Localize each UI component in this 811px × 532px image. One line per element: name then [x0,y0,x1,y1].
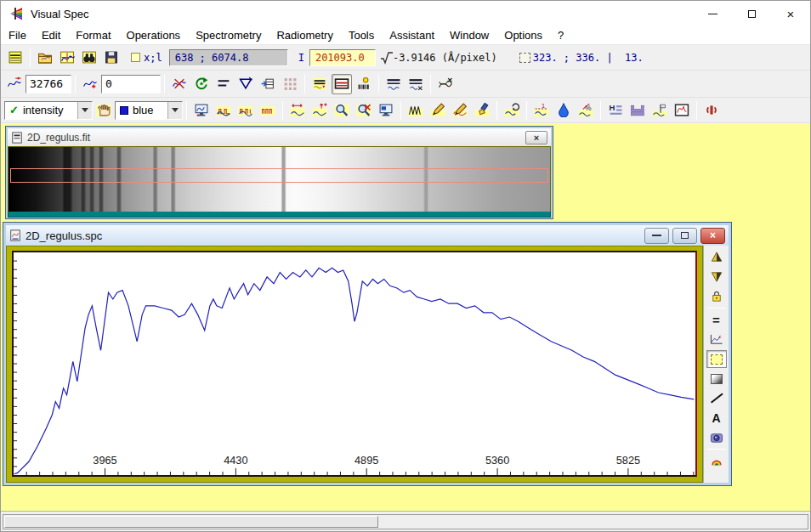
color-combo[interactable]: blue [115,101,183,120]
window-close-button[interactable]: × [771,1,810,26]
menu-spectrometry[interactable]: Spectrometry [188,27,269,43]
line-ident-button[interactable] [406,100,426,121]
baseline-remove-button[interactable] [406,74,426,94]
menu-edit[interactable]: Edit [34,27,68,43]
menu-tools[interactable]: Tools [341,27,382,43]
fill-gradient-button[interactable] [706,370,727,388]
toolbar-separator [75,75,76,93]
binning-selection-rect[interactable] [10,168,548,183]
menu-radiometry[interactable]: Radiometry [269,27,340,43]
screen-profile-button[interactable] [191,100,212,121]
camera-icon [710,431,723,444]
continuum3-button[interactable] [258,100,278,121]
menu-operations[interactable]: Operations [119,27,189,43]
triangle-down-icon [710,270,723,283]
normalize-button[interactable]: 1 [531,100,552,121]
magnifier-cancel-icon [356,103,371,117]
spc-restore-button[interactable] [672,228,697,244]
draw-pencil-button[interactable] [428,100,448,121]
smooth-brush-button[interactable] [472,100,492,121]
menu-help[interactable]: ? [550,27,571,43]
equal-scale-button[interactable]: = [706,311,727,329]
close-icon: × [787,8,795,20]
barcode-button[interactable] [354,74,374,94]
high-cut-button[interactable] [4,74,25,94]
new-spectrum-button[interactable] [5,48,26,68]
curve-low-plus-icon [82,76,98,91]
spc-close-button[interactable]: × [700,228,725,244]
coord-checkbox[interactable] [131,53,140,62]
lock-scale-button[interactable] [706,287,727,305]
series-combo-arrow[interactable] [77,102,92,119]
search-button[interactable] [79,48,99,68]
stretch-x-button[interactable] [287,100,308,121]
normalize-one-icon: 1 [534,103,549,117]
align-lines-button[interactable] [213,74,234,94]
label-line-button[interactable] [649,100,670,121]
undo-curve-button[interactable] [502,100,522,121]
scroll-down-button[interactable] [706,268,727,286]
element-h-button[interactable]: H [605,100,626,121]
menu-file[interactable]: File [1,27,34,43]
low-cut-input[interactable] [101,75,161,93]
baseline-curve-x-icon [408,76,423,91]
fit-window-close-button[interactable]: × [525,131,547,144]
window-maximize-button[interactable] [732,1,771,26]
menu-format[interactable]: Format [68,27,118,43]
continuum1-button[interactable] [213,100,234,121]
high-cut-input[interactable] [26,75,71,93]
rotate-button[interactable] [191,74,212,94]
fit-window[interactable]: 2D_regulus.fit × [5,126,553,219]
spc-minimize-button[interactable] [644,228,669,244]
low-cut-button[interactable] [80,74,100,94]
spc-window-titlebar[interactable]: 2D_regulus.spc × [6,225,729,246]
menu-window[interactable]: Window [442,27,496,43]
display-spectrum-button[interactable] [57,48,77,68]
spectrum-plot[interactable]: 39654430489553605825 [14,252,695,475]
edit-curve-button[interactable] [450,100,470,121]
open-button[interactable] [35,48,55,68]
fit-image-area[interactable] [8,146,551,212]
plot-area[interactable]: 39654430489553605825 [12,251,697,477]
spc-side-toolbar: = c A [703,246,729,483]
continuum2-button[interactable] [235,100,256,121]
window-minimize-button[interactable] [693,1,732,26]
fit-window-titlebar[interactable]: 2D_regulus.fit × [8,128,551,146]
menu-assistant[interactable]: Assistant [382,27,442,43]
display-window-button[interactable] [376,100,396,121]
synthetic-spectrum-button[interactable] [706,452,727,470]
zoom-button[interactable] [332,100,352,121]
stripes-display-button[interactable] [332,74,352,94]
grid-dots-button[interactable] [280,74,300,94]
scroll-up-button[interactable] [706,248,727,266]
percent-curve-button[interactable]: % [576,100,596,121]
fill-droplet-button[interactable] [553,100,574,121]
chart-mode-button[interactable]: c [706,331,727,348]
scrollbar-thumb[interactable] [4,516,378,528]
periodic-table-button[interactable] [627,100,648,121]
hand-pick-button[interactable] [94,100,114,121]
stretch-y-button[interactable] [309,100,330,121]
spc-window[interactable]: 2D_regulus.spc × 39654430489553605825 = … [3,222,732,486]
pulse-pair-icon [238,103,253,117]
table-transfer-button[interactable] [258,74,278,94]
series-combo[interactable]: ✓ intensity [4,101,93,120]
select-region-button[interactable] [706,350,727,368]
clip-curve-button[interactable] [169,74,190,94]
draw-line-button[interactable] [706,389,727,407]
toolbar-separator [496,101,497,120]
unzoom-button[interactable] [354,100,374,121]
audio-play-button[interactable] [701,100,722,121]
overlay-profile-button[interactable] [309,74,330,94]
baseline-button[interactable] [383,74,404,94]
preview-window-button[interactable] [672,100,692,121]
add-text-button[interactable]: A [706,409,727,427]
horizontal-scrollbar[interactable] [3,514,808,529]
color-combo-arrow[interactable] [167,102,182,119]
nabla-button[interactable] [235,74,256,94]
save-button[interactable] [101,48,122,68]
diagonal-line-icon [711,393,723,404]
divide-profiles-button[interactable] [435,74,456,94]
snapshot-button[interactable] [706,428,727,446]
menu-options[interactable]: Options [496,27,550,43]
